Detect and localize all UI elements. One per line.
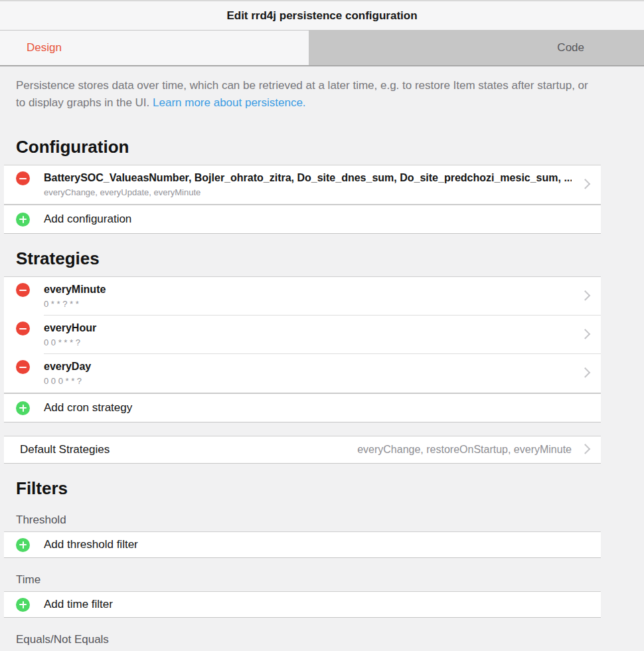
default-strategies-row[interactable]: Default Strategies everyChange, restoreO… bbox=[4, 436, 601, 463]
remove-icon[interactable] bbox=[16, 360, 30, 374]
add-icon bbox=[16, 538, 30, 552]
remove-icon[interactable] bbox=[16, 171, 30, 185]
configuration-heading: Configuration bbox=[16, 137, 628, 157]
dialog-titlebar: Edit rrd4j persistence configuration bbox=[0, 0, 644, 31]
chevron-right-icon bbox=[580, 367, 591, 378]
add-icon bbox=[16, 598, 30, 612]
tab-code-label: Code bbox=[557, 41, 584, 54]
add-cron-strategy-label: Add cron strategy bbox=[44, 401, 132, 415]
strategy-row-texts: everyHour 0 0 * * * ? bbox=[44, 321, 572, 348]
configuration-strategies-summary: everyChange, everyUpdate, everyMinute bbox=[44, 187, 572, 198]
time-subheading: Time bbox=[16, 573, 628, 587]
strategy-name: everyHour bbox=[44, 321, 572, 335]
default-strategies-card: Default Strategies everyChange, restoreO… bbox=[4, 436, 601, 464]
configuration-card: BatterySOC_ValueasNumber, Bojler_ohrato_… bbox=[4, 165, 601, 234]
default-strategies-label: Default Strategies bbox=[20, 443, 110, 456]
strategy-cron-expression: 0 0 * * * ? bbox=[44, 337, 572, 348]
persistence-edit-page: Persistence stores data over time, which… bbox=[0, 77, 644, 651]
chevron-right-icon bbox=[580, 179, 591, 189]
add-icon bbox=[16, 401, 30, 415]
strategies-card: everyMinute 0 * * ? * * everyHour 0 0 * … bbox=[4, 276, 601, 422]
strategy-name: everyMinute bbox=[44, 282, 572, 296]
chevron-right-icon bbox=[580, 444, 591, 454]
tab-code[interactable]: Code bbox=[309, 31, 644, 65]
strategy-cron-expression: 0 0 0 * * ? bbox=[44, 376, 572, 387]
tab-bar: Design Code bbox=[0, 31, 644, 66]
filters-heading: Filters bbox=[16, 478, 628, 498]
equals-subheading: Equals/Not Equals bbox=[16, 632, 628, 646]
remove-icon[interactable] bbox=[16, 283, 30, 297]
page-title: Edit rrd4j persistence configuration bbox=[226, 9, 417, 23]
chevron-right-icon bbox=[580, 290, 591, 301]
add-time-filter-label: Add time filter bbox=[44, 598, 113, 611]
default-strategies-value: everyChange, restoreOnStartup, everyMinu… bbox=[357, 444, 572, 456]
strategy-row-texts: everyDay 0 0 0 * * ? bbox=[44, 359, 572, 387]
strategy-name: everyDay bbox=[44, 359, 572, 373]
learn-more-link[interactable]: Learn more about persistence. bbox=[153, 96, 306, 109]
add-time-filter-button[interactable]: Add time filter bbox=[4, 592, 601, 617]
configuration-row-texts: BatterySOC_ValueasNumber, Bojler_ohrato_… bbox=[44, 171, 572, 198]
configuration-row[interactable]: BatterySOC_ValueasNumber, Bojler_ohrato_… bbox=[4, 165, 601, 204]
tab-design[interactable]: Design bbox=[0, 31, 309, 65]
add-configuration-label: Add configuration bbox=[44, 213, 131, 226]
add-icon bbox=[16, 213, 30, 227]
strategy-row-everyday[interactable]: everyDay 0 0 0 * * ? bbox=[4, 354, 601, 393]
threshold-subheading: Threshold bbox=[16, 513, 628, 527]
add-configuration-button[interactable]: Add configuration bbox=[4, 205, 601, 233]
add-cron-strategy-button[interactable]: Add cron strategy bbox=[4, 394, 601, 422]
chevron-right-icon bbox=[580, 329, 591, 339]
strategy-cron-expression: 0 * * ? * * bbox=[44, 299, 572, 310]
configuration-items-list: BatterySOC_ValueasNumber, Bojler_ohrato_… bbox=[44, 171, 572, 185]
strategy-row-everyhour[interactable]: everyHour 0 0 * * * ? bbox=[4, 316, 601, 354]
strategies-heading: Strategies bbox=[16, 248, 628, 268]
add-threshold-filter-label: Add threshold filter bbox=[44, 538, 138, 551]
add-threshold-filter-button[interactable]: Add threshold filter bbox=[4, 532, 601, 557]
intro-text: Persistence stores data over time, which… bbox=[16, 77, 588, 112]
time-filter-card: Add time filter bbox=[4, 591, 601, 618]
strategy-row-everyminute[interactable]: everyMinute 0 * * ? * * bbox=[4, 277, 601, 316]
tab-design-label: Design bbox=[27, 41, 62, 54]
strategy-row-texts: everyMinute 0 * * ? * * bbox=[44, 282, 572, 310]
remove-icon[interactable] bbox=[16, 322, 30, 335]
threshold-filter-card: Add threshold filter bbox=[4, 531, 601, 558]
